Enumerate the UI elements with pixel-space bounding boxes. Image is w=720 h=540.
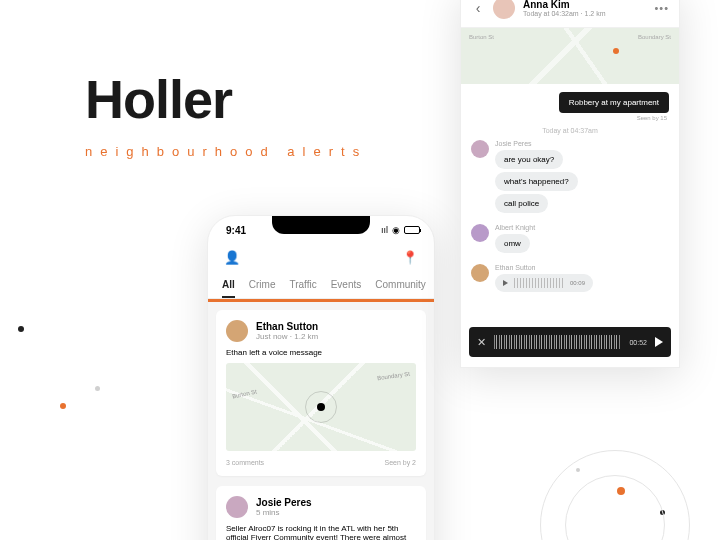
phone-feed: 9:41 ııl ◉ 👤 📍 All Crime Traffic Events …	[207, 215, 435, 540]
card-message: Ethan left a voice message	[226, 348, 416, 357]
avatar[interactable]	[471, 224, 489, 242]
sender-name: Josie Peres	[495, 140, 578, 147]
feed-card[interactable]: Ethan Sutton Just now · 1.2 km Ethan lef…	[216, 310, 426, 476]
map-street-label: Boundary St	[377, 371, 411, 382]
message-group: Josie Peres are you okay? what's happene…	[461, 140, 679, 216]
waveform-icon[interactable]	[494, 335, 621, 349]
sender-name: Ethan Sutton	[495, 264, 593, 271]
tab-events[interactable]: Events	[331, 273, 362, 298]
card-comments[interactable]: 3 comments	[226, 459, 264, 466]
message-group: Albert Knight omw	[461, 224, 679, 256]
card-meta: Just now · 1.2 km	[256, 332, 318, 341]
play-icon[interactable]	[655, 337, 663, 347]
map-marker-icon	[613, 48, 619, 54]
chat-title: Anna Kim	[523, 0, 606, 10]
location-icon[interactable]: 📍	[402, 250, 418, 265]
avatar	[226, 320, 248, 342]
more-icon[interactable]: •••	[654, 2, 669, 14]
tab-crime[interactable]: Crime	[249, 273, 276, 298]
waveform-icon	[514, 278, 564, 288]
phone-chat: ‹ Anna Kim Today at 04:32am · 1.2 km •••…	[460, 0, 680, 368]
avatar[interactable]	[493, 0, 515, 19]
player-duration: 00:52	[629, 339, 647, 346]
avatar	[226, 496, 248, 518]
status-time: 9:41	[226, 225, 246, 236]
brand-title: Holler	[85, 68, 367, 130]
feed-tabs: All Crime Traffic Events Community	[208, 273, 434, 299]
card-meta: 5 mins	[256, 508, 312, 517]
map-street-label: Boundary St	[638, 34, 671, 40]
seen-count: Seen by 15	[473, 115, 667, 121]
feed-card[interactable]: Josie Peres 5 mins Seller Alroc07 is roc…	[216, 486, 426, 540]
tab-all[interactable]: All	[222, 273, 235, 298]
play-icon[interactable]	[503, 280, 508, 286]
status-right: ııl ◉	[381, 225, 420, 235]
map-pin-icon	[305, 391, 337, 423]
chat-bubble: what's happened?	[495, 172, 578, 191]
chat-bubble: omw	[495, 234, 530, 253]
notch	[272, 216, 370, 234]
chat-subtitle: Today at 04:32am · 1.2 km	[523, 10, 606, 17]
card-message: Seller Alroc07 is rocking it in the ATL …	[226, 524, 416, 540]
avatar[interactable]	[471, 264, 489, 282]
map-street-label: Burton St	[469, 34, 494, 40]
chat-bubble: are you okay?	[495, 150, 563, 169]
audio-player[interactable]: ✕ 00:52	[469, 327, 671, 357]
new-alert-bar	[208, 299, 434, 302]
chat-map[interactable]: Burton St Boundary St	[461, 28, 679, 84]
timestamp: Today at 04:37am	[461, 127, 679, 134]
sender-name: Albert Knight	[495, 224, 535, 231]
tab-community[interactable]: Community	[375, 273, 426, 298]
avatar[interactable]	[471, 140, 489, 158]
deco-dot	[18, 326, 24, 332]
voice-duration: 00:09	[570, 280, 585, 286]
alert-bubble: Robbery at my apartment	[559, 92, 669, 113]
card-author: Josie Peres	[256, 497, 312, 508]
chat-bubble: call police	[495, 194, 548, 213]
map-street-label: Burton St	[232, 388, 258, 399]
voice-bubble[interactable]: 00:09	[495, 274, 593, 292]
close-icon[interactable]: ✕	[477, 336, 486, 349]
card-author: Ethan Sutton	[256, 321, 318, 332]
battery-icon	[404, 226, 420, 234]
signal-icon: ııl	[381, 225, 388, 235]
tagline: neighbourhood alerts	[85, 144, 367, 159]
deco-dot	[95, 386, 100, 391]
card-seen: Seen by 2	[384, 459, 416, 466]
profile-icon[interactable]: 👤	[224, 250, 240, 265]
wifi-icon: ◉	[392, 225, 400, 235]
back-icon[interactable]: ‹	[471, 1, 485, 15]
deco-dot	[60, 403, 66, 409]
card-map[interactable]: Burton St Boundary St	[226, 363, 416, 451]
message-group: Ethan Sutton 00:09	[461, 264, 679, 292]
tab-traffic[interactable]: Traffic	[289, 273, 316, 298]
